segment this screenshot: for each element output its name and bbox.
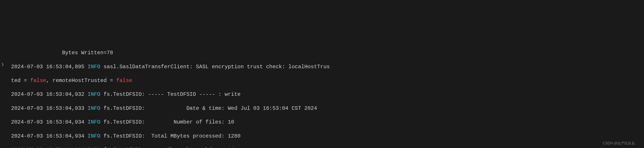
timestamp: 2024-07-03 16:53:04,934 xyxy=(11,133,84,139)
log-line: 2024-07-03 16:53:04,934 INFO fs.TestDFSI… xyxy=(11,146,644,148)
log-message: fs.TestDFSIO: Throughput mb/sec: 41 xyxy=(104,147,234,148)
log-line: 2024-07-03 16:53:04,934 INFO fs.TestDFSI… xyxy=(11,133,644,139)
log-message: fs.TestDFSIO: Total MBytes processed: 12… xyxy=(104,133,240,139)
log-line: 2024-07-03 16:53:04,895 INFO sasl.SaslDa… xyxy=(11,63,644,70)
log-message: fs.TestDFSIO: Date & time: Wed Jul 03 16… xyxy=(104,105,317,111)
log-message: fs.TestDFSIO: ----- TestDFSIO ----- : wr… xyxy=(104,91,240,97)
log-line: 2024-07-03 16:53:04,932 INFO fs.TestDFSI… xyxy=(11,91,644,98)
log-message: sasl.SaslDataTransferClient: SASL encryp… xyxy=(104,64,330,70)
log-line: Bytes Written=78 xyxy=(11,49,644,56)
log-line: ted = false, remoteHostTrusted = false xyxy=(11,77,644,84)
log-level: INFO xyxy=(88,133,100,139)
log-level: INFO xyxy=(88,119,100,125)
timestamp: 2024-07-03 16:53:04,895 xyxy=(11,64,84,70)
log-text: Bytes Written=78 xyxy=(11,50,113,56)
log-message: fs.TestDFSIO: Number of files: 10 xyxy=(104,119,234,125)
timestamp: 2024-07-03 16:53:04,934 xyxy=(11,147,84,148)
timestamp: 2024-07-03 16:53:04,934 xyxy=(11,119,84,125)
boolean-false: false xyxy=(30,78,46,84)
log-level: INFO xyxy=(88,64,100,70)
timestamp: 2024-07-03 16:53:04,932 xyxy=(11,91,84,97)
log-level: INFO xyxy=(88,147,100,148)
timestamp: 2024-07-03 16:53:04,933 xyxy=(11,105,84,111)
log-text: , remoteHostTrusted = xyxy=(46,78,116,84)
log-level: INFO xyxy=(88,105,100,111)
terminal-output[interactable]: Bytes Written=78 2024-07-03 16:53:04,895… xyxy=(0,42,644,148)
watermark-text: CSDN @生产队队长 xyxy=(603,141,635,146)
log-text: ted = xyxy=(11,78,30,84)
log-line: 2024-07-03 16:53:04,933 INFO fs.TestDFSI… xyxy=(11,105,644,112)
prompt-chevron-icon: ❯ xyxy=(1,62,4,67)
boolean-false: false xyxy=(116,78,132,84)
log-line: 2024-07-03 16:53:04,934 INFO fs.TestDFSI… xyxy=(11,119,644,126)
log-level: INFO xyxy=(88,91,100,97)
